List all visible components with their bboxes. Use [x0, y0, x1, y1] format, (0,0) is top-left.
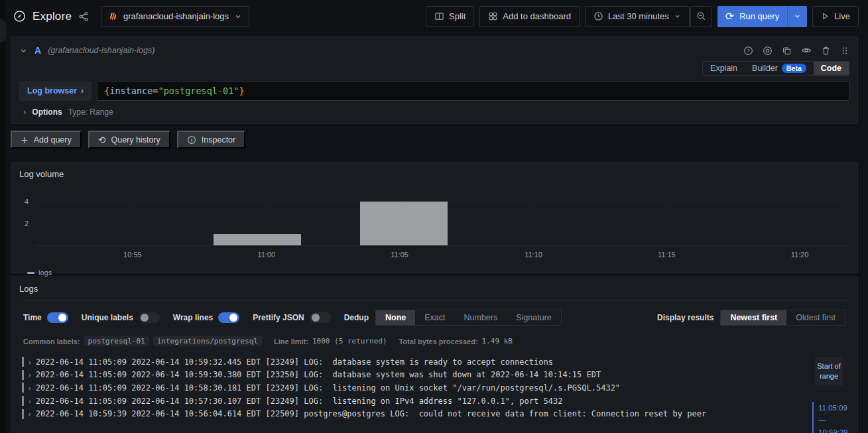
- legend-swatch: [27, 272, 34, 274]
- beta-badge: Beta: [782, 64, 806, 73]
- drag-handle-icon[interactable]: [840, 46, 849, 56]
- display-option-oldest-first[interactable]: Oldest first: [786, 310, 845, 325]
- dedup-option-none[interactable]: None: [376, 310, 415, 325]
- label-chip[interactable]: postgresql-01: [84, 336, 149, 346]
- query-ref-id[interactable]: A: [34, 45, 41, 56]
- dedup-option-numbers[interactable]: Numbers: [455, 310, 507, 325]
- query-history-button[interactable]: ⟲ Query history: [88, 131, 170, 149]
- prettify-json-toggle[interactable]: [310, 312, 331, 323]
- plus-icon: +: [21, 135, 29, 145]
- log-volume-panel: Log volume 10:5511:0011:0511:1011:1511:2…: [11, 162, 858, 273]
- options-label[interactable]: Options: [32, 107, 62, 117]
- label-chip[interactable]: integrations/postgresql: [153, 336, 262, 346]
- range-newest-time: 11:05:09: [818, 402, 848, 414]
- help-icon[interactable]: ?: [743, 46, 753, 56]
- expand-chevron-icon[interactable]: ›: [29, 384, 31, 392]
- x-tick-label: 11:05: [391, 251, 408, 259]
- tab-explain[interactable]: Explain: [703, 62, 745, 75]
- log-row[interactable]: › 2022-06-14 11:05:09 2022-06-14 10:58:3…: [21, 381, 808, 395]
- log-level-bar: [22, 357, 24, 367]
- x-tick-label: 11:00: [257, 251, 275, 259]
- log-browser-button[interactable]: Log browser ›: [19, 81, 92, 101]
- explore-page: Explore grafanacloud-ishanjain-logs: [0, 0, 868, 433]
- logs-navigation-range[interactable]: 11:05:09 — 10:59:39: [812, 402, 848, 433]
- log-volume-bar[interactable]: [360, 202, 448, 245]
- time-toggle[interactable]: [47, 312, 68, 323]
- start-of-range-button[interactable]: Start of range: [815, 357, 843, 386]
- log-volume-bar[interactable]: [214, 234, 301, 245]
- log-level-bar: [22, 383, 24, 393]
- expand-chevron-icon[interactable]: ›: [29, 410, 31, 418]
- log-row[interactable]: › 2022-06-14 11:05:09 2022-06-14 10:59:3…: [21, 355, 808, 369]
- log-level-bar: [22, 370, 24, 380]
- log-volume-title: Log volume: [19, 169, 849, 179]
- svg-text:?: ?: [747, 48, 750, 54]
- display-results-label: Display results: [657, 313, 713, 322]
- clock-icon: [593, 11, 603, 21]
- x-tick-label: 10:55: [123, 251, 142, 259]
- legend-label-logs[interactable]: logs: [38, 269, 52, 277]
- trash-icon[interactable]: [821, 46, 831, 56]
- gridline-vertical: [800, 195, 800, 245]
- y-tick-label: 2: [25, 219, 29, 227]
- run-query-dropdown[interactable]: [787, 6, 807, 27]
- bytes-processed-value: 1.49 kB: [482, 337, 513, 345]
- time-range-picker[interactable]: Last 30 minutes: [585, 6, 690, 27]
- bullseye-icon[interactable]: [763, 46, 773, 56]
- display-option-newest-first[interactable]: Newest first: [721, 310, 786, 325]
- log-row[interactable]: › 2022-06-14 11:05:09 2022-06-14 10:57:3…: [21, 395, 808, 408]
- copy-icon[interactable]: [782, 46, 792, 56]
- apps-grid-icon: [488, 11, 498, 21]
- zoom-out-button[interactable]: [690, 6, 712, 27]
- collapsed-sidebar[interactable]: [0, 0, 5, 433]
- editor-mode-tabs: Explain BuilderBeta Code: [702, 61, 849, 76]
- log-row[interactable]: › 2022-06-14 10:59:39 2022-06-14 10:56:0…: [21, 407, 808, 420]
- query-options-row[interactable]: › Options Type: Range: [19, 107, 849, 117]
- dedup-option-exact[interactable]: Exact: [415, 310, 454, 325]
- expand-chevron-icon[interactable]: ›: [29, 371, 31, 379]
- y-tick-label: 4: [25, 198, 29, 206]
- expand-chevron-icon[interactable]: ›: [29, 358, 31, 366]
- log-volume-plot: 10:5511:0011:0511:1011:1511:2024: [35, 195, 847, 246]
- eye-icon[interactable]: [801, 45, 812, 56]
- add-query-button[interactable]: + Add query: [11, 131, 82, 149]
- query-input[interactable]: {instance="postgresql-01"}: [97, 81, 849, 101]
- history-icon: ⟲: [98, 135, 106, 145]
- dedup-option-signature[interactable]: Signature: [507, 310, 561, 325]
- line-limit-value: 1000 (5 returned): [312, 337, 387, 345]
- run-query-button[interactable]: ⟳ Run query: [717, 6, 787, 27]
- datasource-picker[interactable]: grafanacloud-ishanjain-logs: [101, 6, 249, 27]
- bytes-processed-label: Total bytes processed:: [399, 338, 478, 345]
- chart-legend: logs: [27, 269, 849, 277]
- chevron-right-icon: ›: [81, 86, 84, 95]
- options-summary: Type: Range: [68, 107, 113, 117]
- x-tick-label: 11:10: [525, 251, 542, 259]
- explore-toolbar: Explore grafanacloud-ishanjain-logs: [5, 0, 868, 33]
- chevron-down-icon: [234, 13, 242, 21]
- run-query-split-button: ⟳ Run query: [717, 6, 807, 27]
- chevron-down-icon: [674, 13, 681, 20]
- unique-labels-toggle[interactable]: [139, 312, 160, 323]
- add-to-dashboard-button[interactable]: Add to dashboard: [479, 6, 580, 27]
- wrap-lines-toggle[interactable]: [218, 312, 239, 323]
- dedup-label: Dedup: [344, 313, 369, 322]
- expand-chevron-icon[interactable]: ›: [29, 397, 31, 405]
- search-minus-icon: [696, 11, 706, 21]
- collapse-chevron-icon[interactable]: [19, 46, 28, 55]
- line-limit-label: Line limit:: [274, 338, 308, 345]
- log-row[interactable]: › 2022-06-14 11:05:09 2022-06-14 10:59:3…: [21, 369, 808, 382]
- sidebar-toggle[interactable]: [0, 19, 6, 42]
- info-circle-icon: [187, 135, 196, 145]
- split-button[interactable]: Split: [426, 6, 474, 27]
- inspector-button[interactable]: Inspector: [177, 131, 245, 149]
- live-button[interactable]: Live: [812, 6, 859, 27]
- compass-icon: [13, 10, 26, 23]
- share-icon[interactable]: [78, 11, 89, 22]
- datasource-name: grafanacloud-ishanjain-logs: [123, 11, 229, 21]
- chevron-down-icon: [794, 13, 801, 20]
- tab-builder[interactable]: BuilderBeta: [745, 62, 814, 75]
- tab-code[interactable]: Code: [814, 62, 849, 75]
- page-title: Explore: [32, 10, 72, 23]
- logs-meta-row: Common labels: postgresql-01 integration…: [19, 334, 849, 353]
- query-datasource-hint: (grafanacloud-ishanjain-logs): [48, 46, 155, 55]
